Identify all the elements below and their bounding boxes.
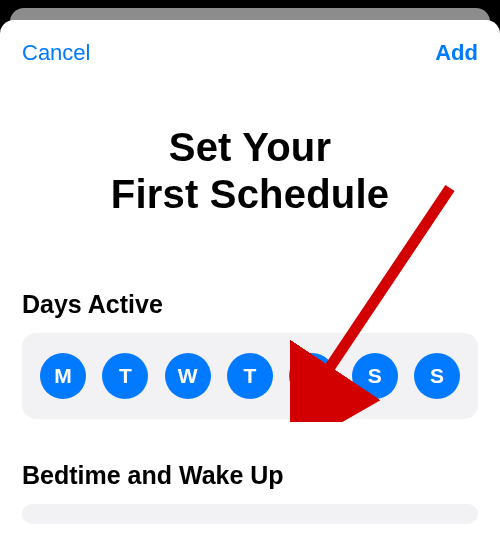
day-toggle-wednesday[interactable]: W xyxy=(165,353,211,399)
title-line-1: Set Your xyxy=(0,124,500,171)
day-toggle-monday[interactable]: M xyxy=(40,353,86,399)
day-toggle-tuesday[interactable]: T xyxy=(102,353,148,399)
bedtime-wakeup-label: Bedtime and Wake Up xyxy=(0,461,500,490)
cancel-button[interactable]: Cancel xyxy=(22,40,90,66)
nav-bar: Cancel Add xyxy=(0,20,500,66)
add-button[interactable]: Add xyxy=(435,40,478,66)
page-title: Set Your First Schedule xyxy=(0,124,500,218)
days-active-label: Days Active xyxy=(0,290,500,319)
bedtime-wakeup-card[interactable] xyxy=(22,504,478,524)
title-line-2: First Schedule xyxy=(0,171,500,218)
day-toggle-friday[interactable]: F xyxy=(289,353,335,399)
days-active-selector: M T W T F S S xyxy=(22,333,478,419)
day-toggle-saturday[interactable]: S xyxy=(352,353,398,399)
modal-sheet: Cancel Add Set Your First Schedule Days … xyxy=(0,20,500,549)
day-toggle-thursday[interactable]: T xyxy=(227,353,273,399)
day-toggle-sunday[interactable]: S xyxy=(414,353,460,399)
